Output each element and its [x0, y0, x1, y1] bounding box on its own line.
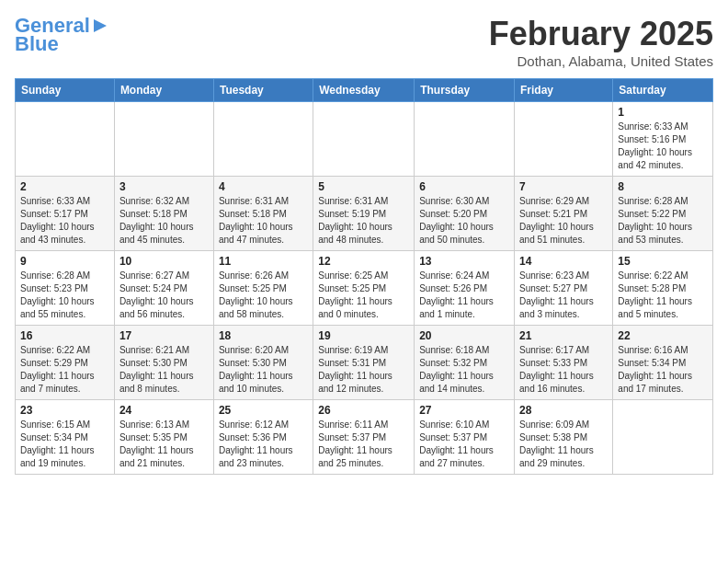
title-area: February 2025 Dothan, Alabama, United St… [489, 15, 713, 69]
day-info: Sunrise: 6:28 AM Sunset: 5:22 PM Dayligh… [618, 195, 708, 247]
calendar-cell [515, 102, 613, 177]
calendar-cell: 2Sunrise: 6:33 AM Sunset: 5:17 PM Daylig… [16, 177, 115, 251]
calendar-cell: 24Sunrise: 6:13 AM Sunset: 5:35 PM Dayli… [114, 400, 213, 475]
day-number: 16 [20, 329, 109, 342]
day-number: 26 [318, 404, 409, 417]
day-info: Sunrise: 6:27 AM Sunset: 5:24 PM Dayligh… [119, 270, 209, 321]
calendar-cell: 10Sunrise: 6:27 AM Sunset: 5:24 PM Dayli… [114, 251, 213, 326]
calendar-cell [213, 102, 313, 177]
calendar-table: SundayMondayTuesdayWednesdayThursdayFrid… [15, 78, 713, 475]
day-number: 12 [318, 255, 409, 268]
calendar-cell [415, 102, 515, 177]
calendar-cell: 4Sunrise: 6:31 AM Sunset: 5:18 PM Daylig… [213, 177, 313, 251]
day-info: Sunrise: 6:21 AM Sunset: 5:30 PM Dayligh… [119, 344, 209, 396]
calendar-cell: 25Sunrise: 6:12 AM Sunset: 5:36 PM Dayli… [213, 400, 313, 475]
calendar-cell: 28Sunrise: 6:09 AM Sunset: 5:38 PM Dayli… [515, 400, 613, 475]
calendar-week-row: 16Sunrise: 6:22 AM Sunset: 5:29 PM Dayli… [16, 326, 713, 400]
day-info: Sunrise: 6:28 AM Sunset: 5:23 PM Dayligh… [20, 270, 109, 321]
day-number: 17 [119, 329, 209, 342]
day-info: Sunrise: 6:30 AM Sunset: 5:20 PM Dayligh… [419, 195, 509, 247]
day-info: Sunrise: 6:10 AM Sunset: 5:37 PM Dayligh… [419, 419, 509, 470]
calendar-cell [114, 102, 213, 177]
calendar-cell: 23Sunrise: 6:15 AM Sunset: 5:34 PM Dayli… [16, 400, 115, 475]
calendar-cell: 14Sunrise: 6:23 AM Sunset: 5:27 PM Dayli… [515, 251, 613, 326]
day-number: 13 [419, 255, 509, 268]
header: General Blue February 2025 Dothan, Alaba… [15, 15, 713, 69]
calendar-cell: 8Sunrise: 6:28 AM Sunset: 5:22 PM Daylig… [613, 177, 713, 251]
day-number: 28 [519, 404, 608, 417]
calendar-cell: 3Sunrise: 6:32 AM Sunset: 5:18 PM Daylig… [114, 177, 213, 251]
calendar-week-row: 1Sunrise: 6:33 AM Sunset: 5:16 PM Daylig… [16, 102, 713, 177]
day-number: 24 [119, 404, 209, 417]
logo-blue: Blue [15, 33, 59, 55]
day-number: 10 [119, 255, 209, 268]
day-number: 14 [519, 255, 608, 268]
day-number: 6 [419, 180, 509, 193]
calendar-cell: 16Sunrise: 6:22 AM Sunset: 5:29 PM Dayli… [16, 326, 115, 400]
day-info: Sunrise: 6:33 AM Sunset: 5:16 PM Dayligh… [618, 121, 708, 172]
day-info: Sunrise: 6:15 AM Sunset: 5:34 PM Dayligh… [20, 419, 109, 470]
location: Dothan, Alabama, United States [489, 53, 713, 69]
calendar-week-row: 23Sunrise: 6:15 AM Sunset: 5:34 PM Dayli… [16, 400, 713, 475]
day-info: Sunrise: 6:31 AM Sunset: 5:18 PM Dayligh… [219, 195, 308, 247]
svg-marker-0 [94, 19, 107, 32]
day-number: 18 [219, 329, 308, 342]
day-info: Sunrise: 6:26 AM Sunset: 5:25 PM Dayligh… [219, 270, 308, 321]
day-number: 20 [419, 329, 509, 342]
day-number: 9 [20, 255, 109, 268]
day-info: Sunrise: 6:17 AM Sunset: 5:33 PM Dayligh… [519, 344, 608, 396]
calendar-cell: 5Sunrise: 6:31 AM Sunset: 5:19 PM Daylig… [313, 177, 415, 251]
calendar-cell: 26Sunrise: 6:11 AM Sunset: 5:37 PM Dayli… [313, 400, 415, 475]
day-info: Sunrise: 6:33 AM Sunset: 5:17 PM Dayligh… [20, 195, 109, 247]
calendar-cell [16, 102, 115, 177]
calendar-cell: 9Sunrise: 6:28 AM Sunset: 5:23 PM Daylig… [16, 251, 115, 326]
day-info: Sunrise: 6:22 AM Sunset: 5:29 PM Dayligh… [20, 344, 109, 396]
day-info: Sunrise: 6:11 AM Sunset: 5:37 PM Dayligh… [318, 419, 409, 470]
calendar-header-row: SundayMondayTuesdayWednesdayThursdayFrid… [16, 79, 713, 102]
day-info: Sunrise: 6:12 AM Sunset: 5:36 PM Dayligh… [219, 419, 308, 470]
day-info: Sunrise: 6:20 AM Sunset: 5:30 PM Dayligh… [219, 344, 308, 396]
calendar-cell: 7Sunrise: 6:29 AM Sunset: 5:21 PM Daylig… [515, 177, 613, 251]
day-number: 15 [618, 255, 708, 268]
col-header-thursday: Thursday [415, 79, 515, 102]
day-info: Sunrise: 6:16 AM Sunset: 5:34 PM Dayligh… [618, 344, 708, 396]
day-number: 3 [119, 180, 209, 193]
day-number: 8 [618, 180, 708, 193]
day-info: Sunrise: 6:22 AM Sunset: 5:28 PM Dayligh… [618, 270, 708, 321]
col-header-tuesday: Tuesday [213, 79, 313, 102]
day-number: 23 [20, 404, 109, 417]
day-number: 4 [219, 180, 308, 193]
calendar-cell: 18Sunrise: 6:20 AM Sunset: 5:30 PM Dayli… [213, 326, 313, 400]
day-info: Sunrise: 6:31 AM Sunset: 5:19 PM Dayligh… [318, 195, 409, 247]
logo: General Blue [15, 15, 110, 55]
day-info: Sunrise: 6:19 AM Sunset: 5:31 PM Dayligh… [318, 344, 409, 396]
col-header-saturday: Saturday [613, 79, 713, 102]
logo-arrow-icon [90, 16, 110, 36]
day-info: Sunrise: 6:09 AM Sunset: 5:38 PM Dayligh… [519, 419, 608, 470]
day-number: 7 [519, 180, 608, 193]
day-info: Sunrise: 6:18 AM Sunset: 5:32 PM Dayligh… [419, 344, 509, 396]
calendar-cell: 11Sunrise: 6:26 AM Sunset: 5:25 PM Dayli… [213, 251, 313, 326]
calendar-cell: 19Sunrise: 6:19 AM Sunset: 5:31 PM Dayli… [313, 326, 415, 400]
calendar-cell: 27Sunrise: 6:10 AM Sunset: 5:37 PM Dayli… [415, 400, 515, 475]
day-number: 21 [519, 329, 608, 342]
day-number: 5 [318, 180, 409, 193]
day-number: 1 [618, 106, 708, 119]
day-info: Sunrise: 6:25 AM Sunset: 5:25 PM Dayligh… [318, 270, 409, 321]
calendar-cell: 22Sunrise: 6:16 AM Sunset: 5:34 PM Dayli… [613, 326, 713, 400]
calendar-cell: 17Sunrise: 6:21 AM Sunset: 5:30 PM Dayli… [114, 326, 213, 400]
day-number: 22 [618, 329, 708, 342]
calendar-week-row: 9Sunrise: 6:28 AM Sunset: 5:23 PM Daylig… [16, 251, 713, 326]
calendar-cell: 1Sunrise: 6:33 AM Sunset: 5:16 PM Daylig… [613, 102, 713, 177]
calendar-cell: 15Sunrise: 6:22 AM Sunset: 5:28 PM Dayli… [613, 251, 713, 326]
day-number: 11 [219, 255, 308, 268]
main-container: General Blue February 2025 Dothan, Alaba… [0, 0, 728, 482]
calendar-cell: 21Sunrise: 6:17 AM Sunset: 5:33 PM Dayli… [515, 326, 613, 400]
calendar-cell: 13Sunrise: 6:24 AM Sunset: 5:26 PM Dayli… [415, 251, 515, 326]
col-header-wednesday: Wednesday [313, 79, 415, 102]
day-number: 25 [219, 404, 308, 417]
calendar-cell: 20Sunrise: 6:18 AM Sunset: 5:32 PM Dayli… [415, 326, 515, 400]
day-info: Sunrise: 6:13 AM Sunset: 5:35 PM Dayligh… [119, 419, 209, 470]
col-header-sunday: Sunday [16, 79, 115, 102]
calendar-cell: 12Sunrise: 6:25 AM Sunset: 5:25 PM Dayli… [313, 251, 415, 326]
